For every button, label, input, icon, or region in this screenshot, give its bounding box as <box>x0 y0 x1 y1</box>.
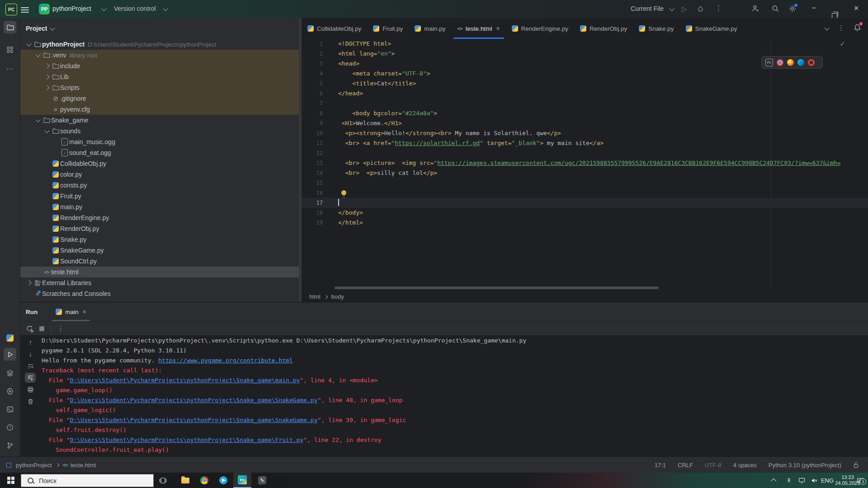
tab-list-chevron-icon[interactable] <box>824 25 829 30</box>
code-line-10[interactable]: 10 <p><strong>Hello!</strong><br> My nam… <box>302 128 868 138</box>
tree-item-sounds[interactable]: sounds <box>20 126 299 136</box>
opera-icon[interactable] <box>808 59 815 66</box>
pen-app-button[interactable]: ✎ <box>253 473 271 488</box>
rerun-button[interactable] <box>26 325 33 332</box>
project-badge[interactable]: PP <box>39 4 50 14</box>
tree-item-CollidableObj.py[interactable]: CollidableObj.py <box>20 158 299 169</box>
chevron-down-icon[interactable] <box>26 41 31 46</box>
line-ending-widget[interactable]: CRLF <box>678 462 693 469</box>
tree-item-sound_eat.ogg[interactable]: ♪sound_eat.ogg <box>20 147 299 158</box>
editor-horizontal-scrollbar[interactable] <box>335 286 659 289</box>
code-line-4[interactable]: 4 <meta charset="UTF-8"> <box>302 69 868 79</box>
stop-button[interactable] <box>39 326 44 331</box>
code-line-9[interactable]: 9 <H1>Welcome.</H1> <box>302 118 868 128</box>
next-frame-icon[interactable]: ↓ <box>25 349 36 359</box>
encoding-widget[interactable]: UTF-8 <box>705 462 722 469</box>
run-console-output[interactable]: D:\Users\Student\PycharmProjects\pythonP… <box>42 336 864 457</box>
tree-item-teste.html[interactable]: <>teste.html <box>20 267 299 277</box>
code-line-11[interactable]: 11 <br> <a href="https://solarthiel.rf.g… <box>302 138 868 148</box>
code-link[interactable]: https://images.steamusercontent.com/ugc/… <box>437 160 840 166</box>
code-line-13[interactable]: 13 <br> <picture> <img src="https://imag… <box>302 158 868 168</box>
run-tab-main[interactable]: main × <box>52 302 90 321</box>
prev-frame-icon[interactable]: ↑ <box>25 338 36 347</box>
run-tool-icon[interactable] <box>4 348 16 361</box>
tab-teste.html[interactable]: <>teste.html× <box>452 18 506 39</box>
tree-item-Snake.py[interactable]: Snake.py <box>20 234 299 245</box>
problems-hexagon-icon[interactable] <box>4 385 16 398</box>
code-line-15[interactable]: 15 <box>302 178 868 188</box>
pycharm-taskbar-button[interactable]: PC <box>233 473 251 488</box>
debug-button[interactable] <box>697 5 704 13</box>
tab-SnakeGame.py[interactable]: SnakeGame.py <box>680 18 743 39</box>
telegram-button[interactable] <box>214 473 232 488</box>
code-line-7[interactable]: 7 <box>302 99 868 108</box>
tray-volume-muted-icon[interactable] <box>808 473 820 488</box>
tab-RenderObj.py[interactable]: RenderObj.py <box>574 18 633 39</box>
tree-item-RenderObj.py[interactable]: RenderObj.py <box>20 223 299 234</box>
code-line-1[interactable]: 1<!DOCTYPE html> <box>302 39 868 49</box>
run-config-selector[interactable]: Current File <box>631 5 664 12</box>
vcs-widget[interactable]: Version control <box>114 5 156 12</box>
chrome-button[interactable] <box>195 473 213 488</box>
clear-console-icon[interactable] <box>25 396 36 406</box>
tree-item-Scratches and Consoles[interactable]: ≡Scratches and Consoles <box>20 288 299 299</box>
inspections-ok-icon[interactable]: ✓ <box>840 40 845 48</box>
tree-item-SoundCtrl.py[interactable]: SoundCtrl.py <box>20 256 299 267</box>
console-file-link[interactable]: D:\Users\Student\PycharmProjects\pythonP… <box>70 436 304 443</box>
scroll-to-end-icon[interactable] <box>25 373 36 383</box>
close-button[interactable]: × <box>850 4 863 13</box>
services-tool-icon[interactable] <box>4 367 16 380</box>
project-widget[interactable]: pythonProject <box>52 5 91 12</box>
chevron-right-icon[interactable] <box>44 85 49 90</box>
chevron-right-icon[interactable] <box>44 74 49 79</box>
tab-main.py[interactable]: main.py <box>409 18 451 39</box>
indent-widget[interactable]: 4 spaces <box>733 462 757 469</box>
code-line-16[interactable]: 16 <box>302 188 868 198</box>
console-link[interactable]: https://www.pygame.org/contribute.html <box>158 357 292 364</box>
python-packages-tool-icon[interactable] <box>4 332 16 344</box>
chevron-down-icon[interactable] <box>35 52 40 57</box>
settings-gear-icon[interactable] <box>788 5 797 13</box>
minimize-button[interactable]: − <box>807 4 820 12</box>
tree-item-.gitignore[interactable]: ⊘.gitignore <box>20 93 299 104</box>
tree-item-RenderEngine.py[interactable]: RenderEngine.py <box>20 212 299 223</box>
tab-options-more-icon[interactable]: ⋮ <box>838 24 844 32</box>
file-explorer-button[interactable] <box>176 473 194 488</box>
console-file-link[interactable]: D:\Users\Student\PycharmProjects\pythonP… <box>70 397 318 404</box>
tray-expand-icon[interactable] <box>769 473 779 488</box>
tree-item-pythonProject[interactable]: pythonProjectD:\Users\Student\PycharmPro… <box>20 39 299 50</box>
statusbar-window-icon[interactable] <box>6 463 11 468</box>
main-menu-icon[interactable] <box>21 6 29 14</box>
statusbar-file[interactable]: teste.html <box>71 462 96 469</box>
problems-tool-icon[interactable] <box>4 421 16 434</box>
tab-Fruit.py[interactable]: Fruit.py <box>367 18 409 39</box>
console-file-link[interactable]: D:\Users\Student\PycharmProjects\pythonP… <box>70 417 318 423</box>
chevron-right-icon[interactable] <box>44 63 49 68</box>
tree-item-Scripts[interactable]: Scripts <box>20 82 299 93</box>
chrome-icon[interactable] <box>777 59 783 66</box>
code-with-me-icon[interactable] <box>751 5 760 13</box>
code-link[interactable]: https://solarthiel.rf.gd <box>395 140 480 146</box>
tab-Snake.py[interactable]: Snake.py <box>633 18 679 39</box>
code-line-19[interactable]: 19</html> <box>302 218 868 228</box>
code-line-18[interactable]: 18</body> <box>302 208 868 218</box>
firefox-icon[interactable] <box>787 59 794 66</box>
run-more-icon[interactable]: ⋮ <box>57 324 64 333</box>
tree-item-main_music.ogg[interactable]: ♪main_music.ogg <box>20 136 299 147</box>
start-button[interactable] <box>7 477 14 484</box>
tray-network-icon[interactable] <box>796 473 807 488</box>
statusbar-project[interactable]: pythonProject <box>16 462 52 469</box>
pycharm-preview-icon[interactable]: PC <box>765 59 773 66</box>
tree-item-main.py[interactable]: main.py <box>20 202 299 212</box>
git-branch-icon[interactable] <box>4 439 16 452</box>
tree-item-pyvenv.cfg[interactable]: ≡pyvenv.cfg <box>20 104 299 115</box>
tree-item-Fruit.py[interactable]: Fruit.py <box>20 191 299 202</box>
code-line-17[interactable]: 17 <box>302 198 868 208</box>
search-everywhere-icon[interactable] <box>771 5 779 13</box>
code-line-8[interactable]: 8 <body bgcolor="#224a8a"> <box>302 108 868 118</box>
project-tool-icon[interactable] <box>4 21 16 33</box>
print-icon[interactable] <box>25 385 36 394</box>
console-file-link[interactable]: D:\Users\Student\PycharmProjects\pythonP… <box>70 377 300 384</box>
write-access-lock-icon[interactable] <box>853 462 859 468</box>
code-line-12[interactable]: 12 <box>302 148 868 158</box>
